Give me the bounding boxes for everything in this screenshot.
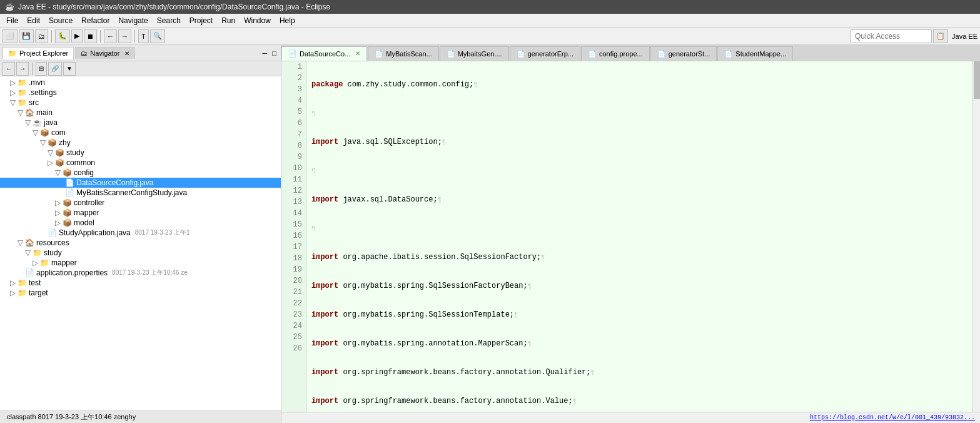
menu-project[interactable]: Project	[186, 15, 216, 26]
menu-window[interactable]: Window	[240, 15, 275, 26]
java-file-icon: 📄	[48, 228, 57, 237]
item-label: model	[74, 218, 94, 227]
line-2: 2	[285, 73, 302, 84]
tree-item-resources[interactable]: ▽ 🏠 resources	[0, 238, 281, 248]
menu-search[interactable]: Search	[153, 15, 184, 26]
tab-studentmapper[interactable]: 📄 StudentMappe...	[717, 46, 793, 61]
java-icon: 📄	[447, 50, 455, 58]
line-4: 4	[285, 95, 302, 106]
tab-navigator[interactable]: 🗂 Navigator ✕	[75, 47, 135, 59]
tree-item-appprops[interactable]: 📄 application.properties 8017 19-3-23 上午…	[0, 268, 281, 278]
line-8: 8	[285, 140, 302, 151]
code-line-9: import org.mybatis.spring.SqlSessionTemp…	[311, 309, 967, 320]
pkg-icon: 📦	[40, 128, 49, 137]
tree-item-common[interactable]: ▷ 📦 common	[0, 158, 281, 168]
tree-item-test[interactable]: ▷ 📁 test	[0, 278, 281, 288]
minimize-left[interactable]: ─	[261, 49, 270, 58]
tree-item-controller[interactable]: ▷ 📦 controller	[0, 198, 281, 208]
tree-item-mapper[interactable]: ▷ 📦 mapper	[0, 208, 281, 218]
nav-menu[interactable]: ▼	[63, 62, 76, 76]
tree-item-resources-study[interactable]: ▽ 📁 study	[0, 248, 281, 258]
line-1: 1	[285, 61, 302, 73]
status-link[interactable]: https://blog.csdn.net/w/e/l/001_439/9383…	[810, 414, 975, 421]
nav-forward[interactable]: →	[16, 62, 29, 76]
item-label: application.properties	[36, 268, 108, 277]
left-tab-actions: ─ □	[261, 49, 278, 58]
menu-navigate[interactable]: Navigate	[114, 15, 151, 26]
tree-item-com[interactable]: ▽ 📦 com	[0, 128, 281, 138]
toolbar-stop[interactable]: ⏹	[84, 29, 97, 43]
toolbar-save[interactable]: 💾	[19, 29, 34, 43]
code-area[interactable]: 1 2 3 4 5 6 7 8 9 10 11 12 13 14 15 16 1…	[281, 61, 980, 412]
maximize-left[interactable]: □	[270, 49, 278, 58]
code-content[interactable]: package com.zhy.study.common.config;¶ ¶ …	[306, 61, 972, 412]
tab-generatorst[interactable]: 📄 generatorSt...	[650, 46, 717, 61]
tree-arrow: ▽	[18, 108, 23, 117]
tab-configprops[interactable]: 📄 config.prope...	[581, 46, 650, 61]
tree-item-model[interactable]: ▷ 📦 model	[0, 218, 281, 228]
toolbar-debug[interactable]: 🐛	[55, 29, 70, 43]
menu-file[interactable]: File	[3, 15, 22, 26]
menu-help[interactable]: Help	[276, 15, 299, 26]
toolbar-save-all[interactable]: 🗂	[35, 29, 48, 43]
quick-access-input[interactable]	[851, 29, 932, 43]
tree-item-study[interactable]: ▽ 📦 study	[0, 148, 281, 158]
menu-run[interactable]: Run	[218, 15, 239, 26]
nav-collapse[interactable]: ⊟	[36, 62, 47, 76]
line-10: 10	[285, 163, 302, 174]
tree-item-java[interactable]: ▽ ☕ java	[0, 118, 281, 128]
pkg-icon: 📦	[63, 208, 72, 217]
pkg-icon: 📦	[48, 138, 57, 147]
toolbar-run[interactable]: ▶	[71, 29, 83, 43]
tree-item-config[interactable]: ▽ 📦 config	[0, 168, 281, 178]
left-nav: ← → ⊟ 🔗 ▼	[0, 61, 281, 76]
tree-arrow: ▷	[10, 88, 16, 97]
folder-icon: 📁	[40, 258, 49, 267]
project-explorer-icon: 📁	[8, 49, 17, 58]
tree-item-target[interactable]: ▷ 📁 target	[0, 288, 281, 298]
tree-item-settings[interactable]: ▷ 📁 .settings	[0, 88, 281, 98]
menu-edit[interactable]: Edit	[23, 15, 44, 26]
tab-project-explorer[interactable]: 📁 Project Explorer	[3, 47, 74, 59]
close-tab-datasource[interactable]: ✕	[355, 50, 360, 57]
tree-item-src[interactable]: ▽ 📁 src	[0, 98, 281, 108]
toolbar-open-type[interactable]: T	[138, 29, 149, 43]
code-line-8: import org.mybatis.spring.SqlSessionFact…	[311, 280, 967, 292]
toolbar-forward[interactable]: →	[118, 29, 131, 43]
title-icon: ☕	[5, 3, 14, 11]
line-16: 16	[285, 230, 302, 242]
toolbar-back[interactable]: ←	[104, 29, 117, 43]
tab-label: MybaitsGen....	[458, 50, 502, 58]
item-label: mapper	[74, 208, 99, 217]
toolbar-new[interactable]: ⬜	[3, 29, 18, 43]
xml-icon: 📄	[724, 50, 733, 58]
line-13: 13	[285, 196, 302, 208]
tree-item-main[interactable]: ▽ 🏠 main	[0, 108, 281, 118]
nav-back[interactable]: ←	[3, 62, 15, 76]
menu-bar: File Edit Source Refactor Navigate Searc…	[0, 14, 980, 28]
navigator-close[interactable]: ✕	[124, 50, 129, 57]
tree-item-mvn[interactable]: ▷ 📁 .mvn	[0, 78, 281, 88]
item-label: .mvn	[29, 78, 45, 87]
folder-icon: 📁	[18, 288, 27, 297]
nav-link[interactable]: 🔗	[48, 62, 62, 76]
tab-datasourceconfig[interactable]: 📄 DataSourceCo... ✕	[281, 46, 367, 61]
tab-generatorerp[interactable]: 📄 generatorErp...	[510, 46, 580, 61]
xml-icon: 📄	[517, 50, 525, 58]
tab-mybatisscan[interactable]: 📄 MyBatisScan...	[368, 46, 438, 61]
tree-item-resources-mapper[interactable]: ▷ 📁 mapper	[0, 258, 281, 268]
toolbar-perspective[interactable]: 📋	[933, 29, 948, 43]
line-15: 15	[285, 219, 302, 230]
tree-item-studyapp[interactable]: 📄 StudyApplication.java 8017 19-3-23 上午1	[0, 228, 281, 238]
toolbar-search[interactable]: 🔍	[150, 29, 165, 43]
line-18: 18	[285, 253, 302, 264]
tree-item-datasourceconfig[interactable]: 📄 DataSourceConfig.java	[0, 178, 281, 188]
item-label: test	[29, 278, 41, 287]
tab-mybatisgen[interactable]: 📄 MybaitsGen....	[440, 46, 509, 61]
vertical-scrollbar[interactable]	[972, 61, 980, 412]
tree-item-mybatisscanner[interactable]: 📄 MyBatisScannerConfigStudy.java	[0, 188, 281, 198]
tree-item-zhy[interactable]: ▽ 📦 zhy	[0, 138, 281, 148]
line-19: 19	[285, 264, 302, 275]
menu-source[interactable]: Source	[45, 15, 76, 26]
menu-refactor[interactable]: Refactor	[78, 15, 113, 26]
